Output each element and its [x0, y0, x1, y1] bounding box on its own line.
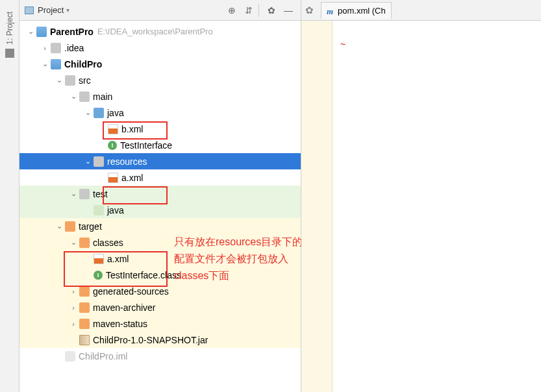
tree-node-java[interactable]: ⌄ java [19, 104, 301, 121]
node-label: java [107, 108, 124, 118]
chevron-right-icon[interactable]: › [40, 43, 49, 53]
node-label: ParentPro [50, 27, 94, 37]
node-label: src [79, 75, 91, 86]
node-label: main [93, 92, 112, 102]
project-view-icon [25, 6, 34, 14]
xml-file-icon [108, 124, 118, 134]
node-label: ChildPro.iml [79, 351, 127, 361]
xml-file-icon [108, 173, 118, 183]
editor-tab-pom[interactable]: m pom.xml (Ch [321, 2, 392, 19]
tree-node-parentpro[interactable]: ⌄ ParentPro E:\IDEA_workspace\ParentPro [19, 23, 301, 40]
jar-file-icon [79, 335, 90, 345]
hide-icon[interactable]: — [281, 3, 296, 18]
node-label: resources [107, 156, 147, 167]
panel-header: Project ▾ ⊕ ⇵ ✿ — [19, 0, 301, 21]
tree-node-iml[interactable]: · ChildPro.iml [19, 348, 301, 364]
tab-label: pom.xml (Ch [338, 6, 386, 16]
node-label: java [107, 205, 124, 215]
folder-icon [79, 238, 90, 248]
editor-panel: ✿ m pom.xml (Ch ~ [301, 0, 541, 392]
folder-icon [79, 286, 90, 297]
node-label: target [79, 221, 102, 232]
tree-node-java-test[interactable]: · java [19, 202, 301, 218]
tree-node-axml[interactable]: · a.xml [19, 169, 301, 186]
interface-icon: I [108, 141, 117, 150]
node-label: maven-status [93, 319, 147, 329]
folder-icon [79, 302, 90, 313]
folder-icon [51, 43, 61, 53]
project-panel: Project ▾ ⊕ ⇵ ✿ — ⌄ ParentPro E:\IDEA_wo… [19, 0, 301, 392]
chevron-down-icon[interactable]: ⌄ [40, 60, 49, 69]
xml-file-icon [94, 254, 104, 264]
module-icon [51, 59, 61, 69]
tree-node-maven-archiver[interactable]: › maven-archiver [19, 299, 301, 315]
chevron-down-icon[interactable]: ⌄ [26, 27, 35, 36]
sidebar-tab-label: 1: Project [5, 12, 14, 45]
test-folder-icon [94, 205, 104, 215]
node-label: a.xml [121, 173, 143, 183]
folder-icon [79, 319, 90, 329]
chevron-down-icon[interactable]: ⌄ [69, 238, 78, 247]
node-label: TestInterface.class [106, 270, 181, 280]
tree-node-test[interactable]: ⌄ test [19, 186, 301, 202]
chevron-down-icon[interactable]: ⌄ [55, 222, 64, 231]
node-label: classes [93, 238, 123, 248]
tree-node-src[interactable]: ⌄ src [19, 72, 301, 88]
chevron-right-icon[interactable]: › [69, 287, 78, 296]
locate-icon[interactable]: ⊕ [225, 3, 239, 18]
node-label: generated-sources [93, 286, 169, 297]
excluded-folder-icon [65, 221, 75, 232]
node-label: a.xml [107, 254, 129, 264]
tree-node-idea[interactable]: › .idea [19, 40, 301, 56]
tree-node-main[interactable]: ⌄ main [19, 88, 301, 104]
chevron-down-icon[interactable]: ⌄ [83, 108, 92, 117]
panel-title[interactable]: Project [38, 5, 64, 15]
chevron-right-icon[interactable]: › [69, 303, 78, 312]
divider [258, 4, 259, 17]
file-icon [65, 351, 75, 361]
chevron-down-icon[interactable]: ⌄ [69, 190, 78, 199]
tree-node-childpro[interactable]: ⌄ ChildPro [19, 56, 301, 72]
node-label: TestInterface [120, 140, 172, 151]
node-label: test [93, 189, 108, 199]
interface-icon: I [94, 271, 103, 280]
editor-gutter [301, 21, 333, 392]
tree-node-snapshot-jar[interactable]: · ChildPro-1.0-SNAPSHOT.jar [19, 332, 301, 348]
editor-tabs: m pom.xml (Ch [317, 0, 541, 21]
gear-icon[interactable]: ✿ [301, 0, 317, 21]
chevron-right-icon[interactable]: › [69, 319, 78, 328]
project-tab-icon [5, 49, 14, 58]
tree-node-maven-status[interactable]: › maven-status [19, 315, 301, 332]
node-label: b.xml [121, 124, 143, 134]
folder-icon [65, 75, 75, 86]
tree-node-testinterface[interactable]: · I TestInterface [19, 137, 301, 153]
node-label: ChildPro [64, 59, 102, 69]
node-label: .idea [64, 43, 84, 53]
source-folder-icon [94, 108, 104, 118]
annotation-text: 只有放在resources目录下的配置文件才会被打包放入classes下面 [174, 234, 304, 284]
project-tree[interactable]: ⌄ ParentPro E:\IDEA_workspace\ParentPro … [19, 21, 301, 392]
chevron-down-icon[interactable]: ▾ [66, 6, 69, 14]
node-label: maven-archiver [93, 302, 155, 313]
chevron-down-icon[interactable]: ⌄ [69, 92, 78, 101]
project-tool-tab[interactable]: 1: Project [0, 0, 19, 392]
tree-node-generated-sources[interactable]: › generated-sources [19, 283, 301, 299]
tree-node-target[interactable]: ⌄ target [19, 218, 301, 234]
tree-node-bxml[interactable]: · b.xml [19, 121, 301, 137]
chevron-down-icon[interactable]: ⌄ [83, 157, 92, 166]
folder-icon [79, 189, 90, 199]
settings-icon[interactable]: ✿ [264, 3, 279, 18]
module-icon [36, 27, 47, 37]
node-path: E:\IDEA_workspace\ParentPro [97, 27, 213, 36]
maven-icon: m [327, 6, 334, 14]
tree-node-resources[interactable]: ⌄ resources [19, 153, 301, 169]
chevron-down-icon[interactable]: ⌄ [55, 76, 64, 85]
collapse-icon[interactable]: ⇵ [242, 3, 256, 18]
error-squiggle: ~ [340, 39, 346, 49]
resources-folder-icon [94, 156, 104, 167]
node-label: ChildPro-1.0-SNAPSHOT.jar [93, 335, 208, 345]
editor-body[interactable]: ~ [301, 21, 541, 392]
folder-icon [79, 92, 90, 102]
